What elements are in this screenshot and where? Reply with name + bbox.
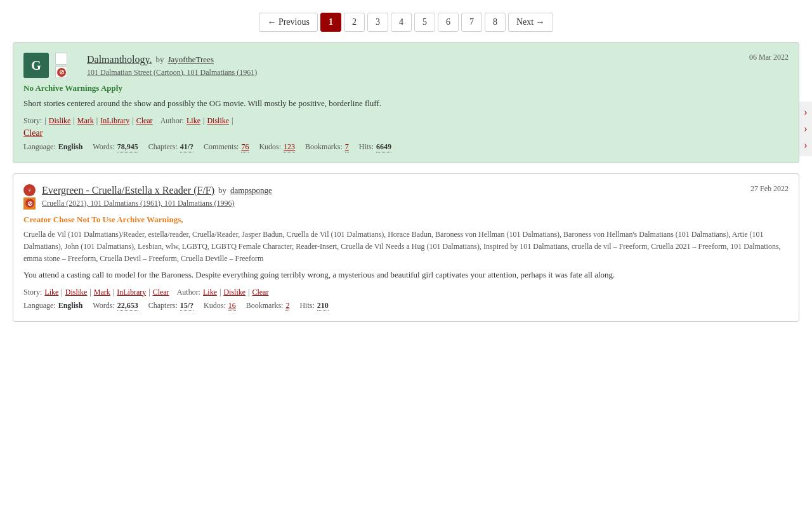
page-2[interactable]: 2 [344, 13, 365, 32]
dislike-author-button[interactable]: Dislike [223, 288, 246, 297]
story-actions: Story: Like | Dislike | Mark | InLibrary… [23, 288, 789, 297]
dislike-button[interactable]: Dislike [49, 116, 71, 126]
work-title[interactable]: Evergreen - Cruella/Estella x Reader (F/… [42, 185, 214, 196]
author-label: Author: [160, 116, 184, 126]
like-button[interactable]: Like [44, 288, 58, 297]
sidebar-arrow-right[interactable]: › [804, 140, 807, 151]
page-3[interactable]: 3 [367, 13, 388, 32]
like-author-button[interactable]: Like [187, 116, 200, 126]
bookmarks-link[interactable]: 7 [345, 142, 349, 152]
work-fandoms: 101 Dalmatian Street (Cartoon), 101 Dalm… [87, 68, 257, 77]
comments-link[interactable]: 76 [241, 142, 249, 152]
kudos-link[interactable]: 16 [228, 301, 236, 311]
dislike-author-button[interactable]: Dislike [207, 116, 229, 126]
clear-button-story[interactable]: Clear [136, 116, 153, 126]
action-sep: | [44, 116, 46, 126]
avatar: G [23, 53, 49, 78]
sidebar: › › › [799, 102, 812, 156]
work-tags: Cruella de Vil (101 Dalmatians)/Reader, … [23, 229, 789, 265]
fandom-icons: ⊘ [55, 53, 81, 78]
dislike-button[interactable]: Dislike [65, 288, 88, 297]
work-date: 27 Feb 2022 [750, 184, 789, 194]
mark-button[interactable]: Mark [77, 116, 94, 126]
inlibrary-button[interactable]: InLibrary [100, 116, 129, 126]
work-item: G ⊘ Da [13, 42, 799, 163]
avatar: ♀ ⊘ [23, 184, 36, 210]
clear-link-bottom[interactable]: Clear [23, 128, 43, 138]
work-summary: Short stories centered around the show a… [23, 97, 789, 110]
stats-line: Language: English Words: 78,945 Chapters… [23, 142, 789, 152]
next-button[interactable]: Next → [508, 13, 553, 32]
story-label: Story: [23, 288, 42, 297]
work-date: 06 Mar 2022 [749, 53, 789, 62]
mark-button[interactable]: Mark [94, 288, 110, 297]
author-label: Author: [177, 288, 200, 297]
work-summary: You attend a casting call to model for t… [23, 269, 789, 281]
story-label: Story: [23, 116, 42, 126]
clear-button-story[interactable]: Clear [153, 288, 169, 297]
work-author[interactable]: JayoftheTrees [168, 55, 214, 65]
like-author-button[interactable]: Like [203, 288, 217, 297]
work-warning: Creator Chose Not To Use Archive Warning… [23, 215, 789, 225]
work-item: ♀ ⊘ Evergreen - Cruella/Estella x Reader [13, 173, 799, 322]
page-8[interactable]: 8 [485, 13, 506, 32]
page-7[interactable]: 7 [461, 13, 482, 32]
work-by: by [218, 185, 226, 196]
stats-line: Language: English Words: 22,653 Chapters… [23, 301, 789, 311]
works-list: G ⊘ Da [0, 42, 812, 322]
story-actions: Story: | Dislike | Mark | InLibrary | Cl… [23, 116, 789, 126]
bookmarks-link[interactable]: 2 [285, 301, 289, 311]
work-header: ♀ ⊘ Evergreen - Cruella/Estella x Reader [23, 184, 789, 210]
sidebar-arrow-down[interactable]: › [804, 123, 807, 135]
inlibrary-button[interactable]: InLibrary [117, 288, 146, 297]
page-4[interactable]: 4 [391, 13, 412, 32]
page-1[interactable]: 1 [320, 13, 341, 32]
clear-author-button[interactable]: Clear [252, 288, 268, 297]
work-warning: No Archive Warnings Apply [23, 83, 789, 93]
page-5[interactable]: 5 [414, 13, 435, 32]
sidebar-arrow-up[interactable]: › [804, 107, 807, 118]
prev-button[interactable]: ← Previous [259, 13, 318, 32]
work-author[interactable]: dampsponge [230, 185, 272, 196]
kudos-link[interactable]: 123 [284, 142, 295, 152]
work-fandoms: Cruella (2021), 101 Dalmatians (1961), 1… [42, 199, 272, 208]
pagination: ← Previous 1 2 3 4 5 6 7 8 Next → [0, 0, 812, 42]
work-by: by [156, 55, 164, 65]
work-title[interactable]: Dalmanthology. [87, 54, 152, 65]
page-6[interactable]: 6 [438, 13, 459, 32]
work-header: G ⊘ Da [23, 53, 789, 78]
